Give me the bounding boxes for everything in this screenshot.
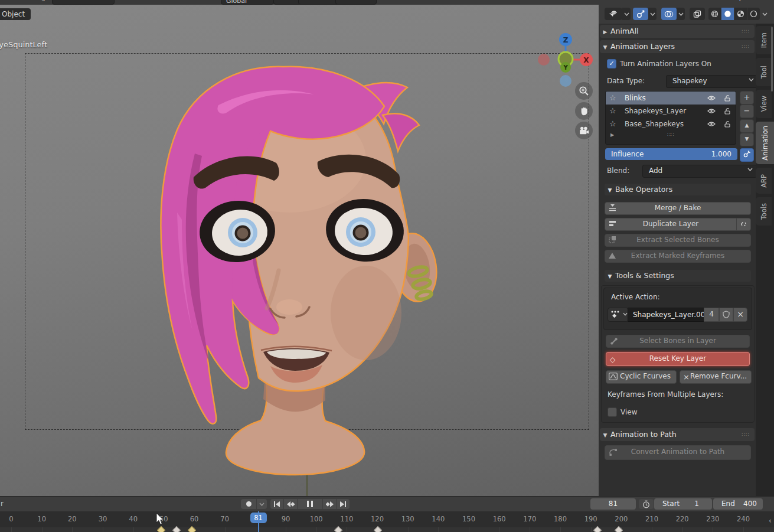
star-icon[interactable]: ☆ xyxy=(609,92,616,105)
unlock-icon[interactable] xyxy=(724,94,731,102)
unlink-action-button[interactable]: × xyxy=(733,308,747,322)
view-checkbox[interactable] xyxy=(608,407,617,417)
layer-row-shapekeys-layer[interactable]: ☆ Shapekeys_Layer xyxy=(606,105,736,118)
options-label[interactable]: Options xyxy=(734,0,759,2)
convert-animation-to-path-button[interactable]: Convert Animation to Path xyxy=(605,445,751,460)
shading-rendered-button[interactable] xyxy=(747,8,760,20)
gizmo-axis-x-neg[interactable] xyxy=(538,54,550,66)
keyframe-marker[interactable] xyxy=(172,526,181,532)
extract-marked-keyframes-button[interactable]: Extract Marked Keyframes xyxy=(605,250,751,263)
zoom-button[interactable] xyxy=(575,82,593,100)
eye-icon[interactable] xyxy=(707,108,716,114)
visibility-dropdown[interactable] xyxy=(622,8,631,20)
camera-view-button[interactable] xyxy=(575,122,593,139)
layer-move-down-button[interactable]: ▼ xyxy=(740,133,754,146)
pause-button[interactable] xyxy=(298,499,322,509)
data-type-dropdown[interactable]: Shapekey xyxy=(666,75,758,88)
auto-key-record-button[interactable] xyxy=(241,499,256,509)
proportional-edit-toggle[interactable] xyxy=(298,0,339,5)
animation-layer-list[interactable]: ☆ Blinks ☆ Shapekeys_Layer ☆ Base_Shapek… xyxy=(605,91,736,145)
pan-button[interactable] xyxy=(575,102,593,120)
unlock-icon[interactable] xyxy=(724,107,731,115)
jump-to-start-button[interactable] xyxy=(270,499,283,509)
tab-item[interactable]: Item xyxy=(756,26,772,54)
duplicate-linked-toggle[interactable] xyxy=(736,218,751,231)
previous-keyframe-button[interactable] xyxy=(284,499,297,509)
use-preview-range-button[interactable] xyxy=(639,499,654,509)
panel-animation-to-path[interactable]: ▼Animation to Path ∷∷ xyxy=(600,428,755,441)
shading-wireframe-button[interactable] xyxy=(708,8,721,20)
star-icon[interactable]: ☆ xyxy=(609,105,616,118)
current-frame-field[interactable]: 81 xyxy=(590,498,636,510)
timeline-ruler[interactable]: 0102030405060709010011012013014015016017… xyxy=(0,511,774,528)
eye-icon[interactable] xyxy=(707,121,716,127)
object-visibility-button[interactable] xyxy=(605,8,622,20)
keying-set-dropdown[interactable] xyxy=(257,499,267,509)
subpanel-bake-operators[interactable]: ▼Bake Operators xyxy=(605,184,751,195)
reset-key-layer-button[interactable]: ◇ Reset Key Layer xyxy=(606,352,750,366)
data-type-value: Shapekey xyxy=(672,77,707,85)
layer-row-blinks[interactable]: ☆ Blinks xyxy=(606,92,736,105)
subpanel-tools-settings[interactable]: ▼Tools & Settings xyxy=(605,270,751,282)
gizmos-dropdown[interactable] xyxy=(648,8,657,20)
layer-add-button[interactable]: + xyxy=(740,91,754,105)
drag-grip-icon[interactable]: ∷∷ xyxy=(742,40,750,53)
overlays-toggle-button[interactable] xyxy=(661,8,677,20)
drag-mode-dropdown[interactable] xyxy=(52,0,115,5)
keyframe-marker[interactable] xyxy=(593,526,602,532)
influence-slider[interactable]: Influence 1.000 xyxy=(605,148,737,160)
jump-to-end-button[interactable] xyxy=(337,499,350,509)
extract-selected-bones-button[interactable]: Extract Selected Bones xyxy=(605,234,751,247)
frame-gridline xyxy=(469,527,469,532)
unlock-icon[interactable] xyxy=(724,120,731,128)
shading-solid-button[interactable] xyxy=(721,8,734,20)
tab-tools[interactable]: Tools xyxy=(756,197,772,226)
playhead-frame-label[interactable]: 81 xyxy=(250,513,267,523)
character-head-model[interactable] xyxy=(106,35,472,496)
prev-keyframe-icon xyxy=(287,501,295,507)
cyclic-fcurves-button[interactable]: Cyclic Fcurves xyxy=(606,370,677,384)
tab-arp[interactable]: ARP xyxy=(756,168,772,194)
panel-animall[interactable]: ▶AnimAll ∷∷ xyxy=(600,25,755,38)
frame-start-field[interactable]: Start 1 xyxy=(654,498,712,510)
keyframe-strip[interactable] xyxy=(0,527,774,532)
snap-toggle[interactable] xyxy=(273,0,302,5)
shading-options-dropdown[interactable] xyxy=(760,8,769,20)
tab-animation[interactable]: Animation xyxy=(756,122,774,164)
orientation-dropdown[interactable]: Global xyxy=(221,0,274,5)
action-users-count[interactable]: 4 xyxy=(704,308,719,322)
scroll-left-hint[interactable]: ‹ xyxy=(769,516,772,525)
timeline-menu-partial[interactable]: r xyxy=(1,500,4,508)
action-browse-button[interactable] xyxy=(608,308,629,322)
remove-fcurves-button[interactable]: × Remove Fcurv... xyxy=(680,370,752,384)
select-bones-in-layer-button[interactable]: Select Bones in Layer xyxy=(606,335,750,348)
frame-end-field[interactable]: End 400 xyxy=(713,498,763,510)
keyframe-marker[interactable] xyxy=(334,526,342,532)
list-resize-grip[interactable]: ∷∷ xyxy=(667,128,674,141)
action-name-field[interactable]: Shapekeys_Layer.001 xyxy=(628,308,708,322)
gizmos-toggle-button[interactable] xyxy=(633,8,648,20)
influence-keyframe-button[interactable] xyxy=(740,148,754,162)
panel-animation-layers[interactable]: ▼Animation Layers ∷∷ xyxy=(600,40,755,53)
shading-material-button[interactable] xyxy=(734,8,747,20)
keyframe-marker[interactable] xyxy=(374,526,382,532)
tab-tool[interactable]: Tool xyxy=(756,58,772,86)
next-keyframe-button[interactable] xyxy=(323,499,336,509)
gizmo-axis-z-neg[interactable] xyxy=(560,75,571,87)
list-expand-arrow[interactable]: ▶ xyxy=(610,129,614,142)
tab-view[interactable]: View xyxy=(756,90,772,118)
drag-grip-icon[interactable]: ∷∷ xyxy=(742,428,750,441)
xray-toggle-button[interactable] xyxy=(690,8,705,20)
merge-bake-button[interactable]: Merge / Bake xyxy=(605,202,751,215)
panel-scrollbar[interactable] xyxy=(771,27,773,92)
fake-user-shield-button[interactable] xyxy=(719,308,733,322)
turn-on-checkbox[interactable]: ✓ xyxy=(607,59,616,68)
layer-remove-button[interactable]: − xyxy=(740,105,754,118)
overlays-dropdown[interactable] xyxy=(677,8,685,20)
layer-move-up-button[interactable]: ▲ xyxy=(740,119,754,133)
proportional-falloff-toggle[interactable] xyxy=(335,0,377,5)
duplicate-layer-button[interactable]: Duplicate Layer xyxy=(605,218,737,231)
eye-icon[interactable] xyxy=(707,95,716,101)
blend-dropdown[interactable]: Add xyxy=(642,165,757,178)
drag-grip-icon[interactable]: ∷∷ xyxy=(742,25,750,38)
